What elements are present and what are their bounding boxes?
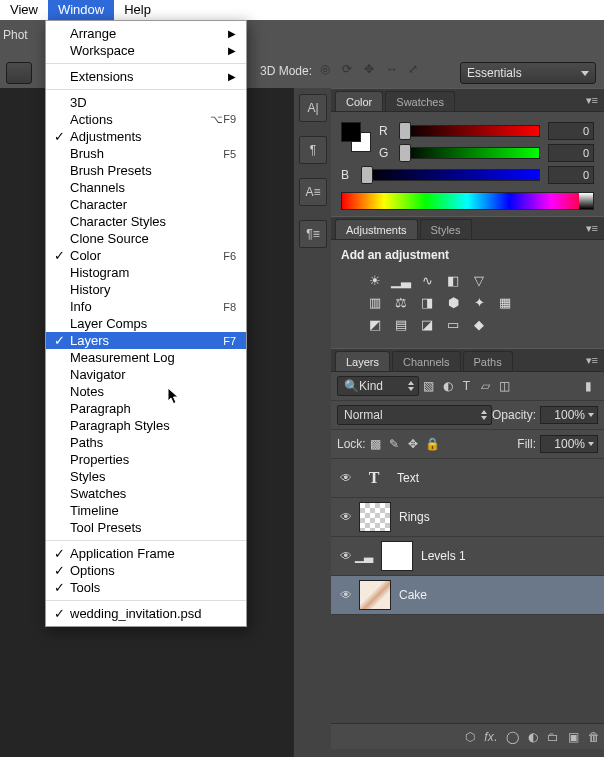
- menu-item-options[interactable]: ✓Options: [46, 562, 246, 579]
- menu-item-brush-presets[interactable]: Brush Presets: [46, 162, 246, 179]
- layer-name[interactable]: Levels 1: [421, 549, 466, 563]
- vibrance-icon[interactable]: ▽: [471, 272, 487, 288]
- paragraph-panel-icon[interactable]: ¶: [299, 136, 327, 164]
- photo-filter-icon[interactable]: ⬢: [445, 294, 461, 310]
- menu-item-styles[interactable]: Styles: [46, 468, 246, 485]
- filter-shape-icon[interactable]: ▱: [478, 379, 493, 394]
- posterize-icon[interactable]: ▤: [393, 316, 409, 332]
- levels-icon[interactable]: ▁▃: [393, 272, 409, 288]
- menu-item-info[interactable]: InfoF8: [46, 298, 246, 315]
- char-styles-panel-icon[interactable]: A≡: [299, 178, 327, 206]
- opacity-value[interactable]: 100%: [540, 406, 598, 424]
- channel-mixer-icon[interactable]: ✦: [471, 294, 487, 310]
- menu-item-actions[interactable]: Actions⌥F9: [46, 111, 246, 128]
- layer-thumbnail[interactable]: [359, 502, 391, 532]
- menu-item-arrange[interactable]: Arrange▶: [46, 25, 246, 42]
- menu-view[interactable]: View: [0, 0, 48, 20]
- visibility-eye-icon[interactable]: 👁: [337, 471, 355, 485]
- menu-item-adjustments[interactable]: ✓Adjustments: [46, 128, 246, 145]
- lock-all-icon[interactable]: 🔒: [425, 437, 440, 452]
- menu-item-swatches[interactable]: Swatches: [46, 485, 246, 502]
- menu-item-character-styles[interactable]: Character Styles: [46, 213, 246, 230]
- mode-scale-icon[interactable]: ⤢: [408, 62, 424, 78]
- blend-mode-dropdown[interactable]: Normal: [337, 405, 492, 425]
- hue-sat-icon[interactable]: ▥: [367, 294, 383, 310]
- b-value[interactable]: 0: [548, 166, 594, 184]
- menu-item-layers[interactable]: ✓LayersF7: [46, 332, 246, 349]
- menu-item-clone-source[interactable]: Clone Source: [46, 230, 246, 247]
- options-tool-icon[interactable]: [6, 62, 32, 84]
- layers-panel-menu-icon[interactable]: ▾≡: [586, 354, 598, 371]
- r-slider[interactable]: [401, 125, 540, 137]
- mode-slide-icon[interactable]: ↔: [386, 62, 402, 78]
- fill-adjust-icon[interactable]: ◐: [528, 730, 538, 744]
- menu-help[interactable]: Help: [114, 0, 161, 20]
- bw-icon[interactable]: ◨: [419, 294, 435, 310]
- menu-item-histogram[interactable]: Histogram: [46, 264, 246, 281]
- menu-item-paragraph-styles[interactable]: Paragraph Styles: [46, 417, 246, 434]
- menu-item-wedding-invitation-psd[interactable]: ✓wedding_invitation.psd: [46, 605, 246, 622]
- filter-kind-dropdown[interactable]: 🔍Kind: [337, 376, 419, 396]
- menu-item-properties[interactable]: Properties: [46, 451, 246, 468]
- lock-image-icon[interactable]: ✎: [387, 437, 402, 452]
- menu-item-paragraph[interactable]: Paragraph: [46, 400, 246, 417]
- b-slider[interactable]: [363, 169, 540, 181]
- curves-icon[interactable]: ∿: [419, 272, 435, 288]
- r-value[interactable]: 0: [548, 122, 594, 140]
- menu-item-color[interactable]: ✓ColorF6: [46, 247, 246, 264]
- menu-item-tool-presets[interactable]: Tool Presets: [46, 519, 246, 536]
- spectrum-ramp[interactable]: [341, 192, 594, 210]
- menu-item-timeline[interactable]: Timeline: [46, 502, 246, 519]
- menu-item-3d[interactable]: 3D: [46, 94, 246, 111]
- color-balance-icon[interactable]: ⚖: [393, 294, 409, 310]
- mode-roll-icon[interactable]: ⟳: [342, 62, 358, 78]
- menu-item-application-frame[interactable]: ✓Application Frame: [46, 545, 246, 562]
- menu-item-tools[interactable]: ✓Tools: [46, 579, 246, 596]
- group-icon[interactable]: 🗀: [547, 730, 559, 744]
- foreground-swatch[interactable]: [341, 122, 361, 142]
- adjustments-panel-menu-icon[interactable]: ▾≡: [586, 222, 598, 239]
- layer-thumbnail[interactable]: [359, 580, 391, 610]
- para-styles-panel-icon[interactable]: ¶≡: [299, 220, 327, 248]
- invert-icon[interactable]: ◩: [367, 316, 383, 332]
- fg-bg-swatch[interactable]: [341, 122, 371, 152]
- g-value[interactable]: 0: [548, 144, 594, 162]
- mode-orbit-icon[interactable]: ◎: [320, 62, 336, 78]
- link-layers-icon[interactable]: ⬡: [465, 730, 475, 744]
- menu-item-character[interactable]: Character: [46, 196, 246, 213]
- character-panel-icon[interactable]: A|: [299, 94, 327, 122]
- color-lookup-icon[interactable]: ▦: [497, 294, 513, 310]
- tab-adjustments[interactable]: Adjustments: [335, 219, 418, 239]
- tab-channels[interactable]: Channels: [392, 351, 460, 371]
- tab-swatches[interactable]: Swatches: [385, 91, 455, 111]
- menu-window[interactable]: Window: [48, 0, 114, 20]
- layer-row[interactable]: 👁TText: [331, 459, 604, 498]
- selective-color-icon[interactable]: ◆: [471, 316, 487, 332]
- layer-name[interactable]: Text: [397, 471, 419, 485]
- visibility-eye-icon[interactable]: 👁: [337, 510, 355, 524]
- threshold-icon[interactable]: ◪: [419, 316, 435, 332]
- filter-type-icon[interactable]: T: [459, 379, 474, 394]
- menu-item-navigator[interactable]: Navigator: [46, 366, 246, 383]
- menu-item-measurement-log[interactable]: Measurement Log: [46, 349, 246, 366]
- menu-item-paths[interactable]: Paths: [46, 434, 246, 451]
- layer-mask-thumb[interactable]: [381, 541, 413, 571]
- layer-thumbnail[interactable]: T: [359, 464, 389, 492]
- g-slider[interactable]: [401, 147, 540, 159]
- new-layer-icon[interactable]: ▣: [568, 730, 579, 744]
- layer-name[interactable]: Cake: [399, 588, 427, 602]
- tab-color[interactable]: Color: [335, 91, 383, 111]
- color-panel-menu-icon[interactable]: ▾≡: [586, 94, 598, 111]
- layer-row[interactable]: 👁Rings: [331, 498, 604, 537]
- filter-pixel-icon[interactable]: ▧: [421, 379, 436, 394]
- visibility-eye-icon[interactable]: 👁: [337, 588, 355, 602]
- menu-item-channels[interactable]: Channels: [46, 179, 246, 196]
- lock-transparency-icon[interactable]: ▩: [368, 437, 383, 452]
- layer-row[interactable]: 👁▁▃Levels 1: [331, 537, 604, 576]
- tab-paths[interactable]: Paths: [463, 351, 513, 371]
- delete-layer-icon[interactable]: 🗑: [588, 730, 600, 744]
- filter-adjust-icon[interactable]: ◐: [440, 379, 455, 394]
- mask-icon[interactable]: ◯: [506, 730, 519, 744]
- layer-name[interactable]: Rings: [399, 510, 430, 524]
- filter-toggle-switch[interactable]: ▮: [581, 379, 596, 394]
